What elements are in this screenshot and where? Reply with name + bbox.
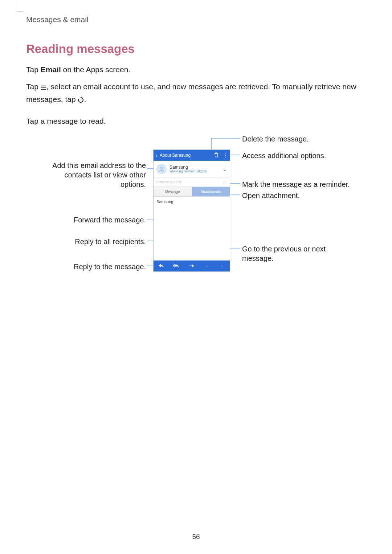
reply-all-icon[interactable] bbox=[169, 263, 184, 269]
tabs: Message Attachments bbox=[154, 187, 230, 197]
crop-mark bbox=[17, 0, 24, 12]
titlebar-text: About Samsung bbox=[160, 153, 212, 158]
trash-icon[interactable] bbox=[212, 152, 221, 159]
section-heading: Reading messages bbox=[26, 42, 366, 56]
tab-message[interactable]: Message bbox=[154, 187, 192, 196]
callout-attachment: Open attachment. bbox=[242, 191, 300, 200]
bold-email: Email bbox=[41, 65, 61, 74]
callout-reply: Reply to the message. bbox=[74, 262, 146, 271]
bottom-toolbar: ‹ › bbox=[154, 260, 230, 271]
message-body: Samsung bbox=[154, 197, 230, 257]
meta-row: 07/03/2014 13:32 ☆ bbox=[154, 178, 230, 187]
callout-add-contact: Add this email address to the contacts l… bbox=[52, 161, 146, 189]
back-icon[interactable]: ‹ bbox=[154, 152, 160, 158]
text: . bbox=[84, 95, 86, 103]
callout-delete: Delete the message. bbox=[242, 134, 309, 144]
sender-name: Samsung bbox=[170, 165, 220, 170]
menu-icon bbox=[41, 82, 46, 94]
text: Tap bbox=[26, 82, 41, 91]
prev-icon[interactable]: ‹ bbox=[199, 263, 215, 269]
sender-row[interactable]: Samsung samsungusermanual@ya.. ⌄ bbox=[154, 161, 230, 178]
callout-reply-all: Reply to all recipients. bbox=[75, 237, 146, 246]
chevron-down-icon[interactable]: ⌄ bbox=[222, 166, 227, 172]
star-icon[interactable]: ☆ bbox=[222, 179, 227, 185]
refresh-icon bbox=[78, 95, 84, 107]
email-app-screenshot: ‹ About Samsung ⋮ Samsung samsunguserman… bbox=[153, 149, 230, 272]
sender-address: samsungusermanual@ya.. bbox=[170, 170, 220, 173]
annotated-screenshot: Delete the message. Access additional op… bbox=[26, 134, 366, 279]
callout-prev-next: Go to the previous or next message. bbox=[242, 244, 340, 263]
paragraph-1: Tap Email on the Apps screen. bbox=[26, 64, 366, 76]
paragraph-2: Tap , select an email account to use, an… bbox=[26, 81, 366, 107]
avatar-icon bbox=[156, 164, 167, 174]
callout-options: Access additional options. bbox=[242, 151, 326, 160]
text: , select an email account to use, and ne… bbox=[26, 82, 356, 104]
text: Tap bbox=[26, 65, 41, 74]
svg-point-19 bbox=[160, 167, 163, 169]
tab-attachments[interactable]: Attachments bbox=[192, 187, 230, 196]
callout-reminder: Mark the message as a reminder. bbox=[242, 180, 350, 189]
callout-forward: Forward the message. bbox=[74, 215, 146, 225]
page-number: 56 bbox=[0, 533, 392, 541]
next-icon[interactable]: › bbox=[215, 263, 230, 269]
app-titlebar: ‹ About Samsung ⋮ bbox=[154, 150, 230, 161]
paragraph-3: Tap a message to read. bbox=[26, 115, 366, 127]
message-date: 07/03/2014 13:32 bbox=[156, 180, 182, 184]
forward-icon[interactable] bbox=[184, 263, 199, 269]
reply-icon[interactable] bbox=[154, 263, 169, 269]
more-icon[interactable]: ⋮ bbox=[221, 152, 230, 158]
breadcrumb: Messages & email bbox=[26, 15, 366, 24]
text: on the Apps screen. bbox=[61, 65, 130, 74]
